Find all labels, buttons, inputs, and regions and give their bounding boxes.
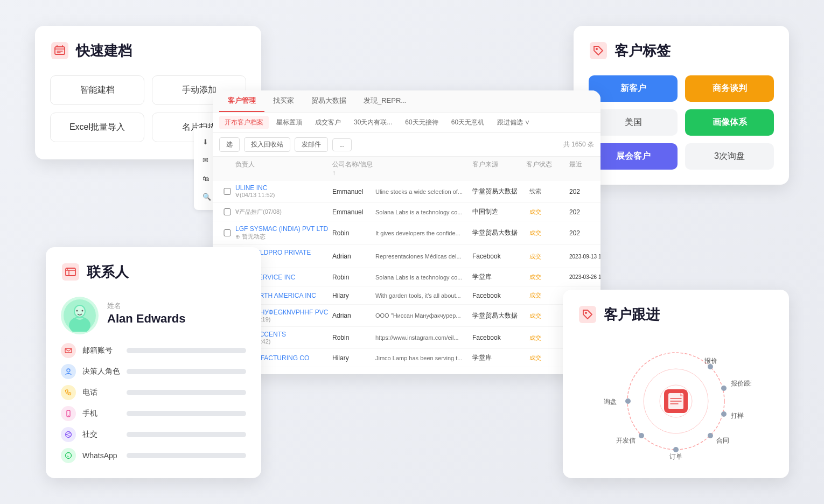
smart-build-button[interactable]: 智能建档 [50,75,144,105]
company-cell: ∀产品推广(07/08) [235,208,332,216]
desc: With garden tools, it's all about... [375,292,472,299]
tag-expo-customer[interactable]: 展会客户 [589,143,678,170]
svg-point-32 [639,433,644,438]
sidebar-icon-discover: 🔍 [202,193,211,201]
row-checkbox[interactable] [219,208,235,215]
table-row[interactable]: IISN NORTH AMERICA INC Hilary With garde… [213,286,600,305]
followup-card: 客户跟进 [563,290,789,478]
source: 学堂贸易大数据 [472,187,526,196]
tags-card: 客户标签 新客户 商务谈判 美国 画像体系 展会客户 3次询盘 [574,26,789,185]
subtab-star-top[interactable]: 星标置顶 [271,116,308,129]
contact-card: 联系人 [46,247,261,478]
tab-find-buyer[interactable]: 找买家 [264,90,303,112]
svg-point-12 [82,310,83,312]
whatsapp-value-bar [127,453,246,458]
desc: It gives developers the confide... [375,230,472,236]
contact-name-label: 姓名 [107,301,185,311]
role-label: 决策人角色 [82,367,120,376]
col-owner: 负责人 [235,160,332,177]
tag-new-customer[interactable]: 新客户 [589,75,678,102]
select-button[interactable]: 选 [219,137,240,152]
email-label: 邮箱账号 [82,346,120,355]
contact-name-value: Alan Edwards [107,312,185,326]
svg-text:开发信: 开发信 [616,437,636,444]
tab-customer-management[interactable]: 客户管理 [219,90,264,112]
contact-mobile-item: 手机 [61,406,246,421]
whatsapp-icon [61,448,76,463]
subtab-follow-select[interactable]: 跟进偏选 ∨ [492,116,535,129]
company-cell: ULINE INC∀(04/13 11:52) [235,184,332,199]
subtab-60days-no-chance[interactable]: 60天无意机 [446,116,490,129]
svg-rect-4 [62,263,79,281]
table-row[interactable]: AMPS ACCENTS(05/28 13:42) Robin https://… [213,327,600,349]
send-email-button[interactable]: 发邮件 [295,137,328,152]
tag-usa[interactable]: 美国 [589,109,678,136]
owner: Hilary [332,292,375,299]
row-checkbox[interactable] [219,188,235,195]
svg-text:订单: 订单 [669,453,682,460]
social-label: 社交 [82,430,120,439]
table-row[interactable]: ЧАО МЗНУФЕGКNVPНHF PVC(03/21 22:19) Adri… [213,305,600,327]
table-row[interactable]: F&F BUILDPRO PRIVATE LIMITED Adrian Repr… [213,245,600,268]
owner: Hilary [332,354,375,362]
row-checkbox[interactable] [219,229,235,236]
source: 学堂贸易大数据 [472,311,526,320]
table-row[interactable]: ∀产品推广(07/08) Emmanuel Solana Labs is a t… [213,203,600,221]
table-body: ULINE INC∀(04/13 11:52) Emmanuel Uline s… [213,180,600,374]
avatar [61,297,99,334]
svg-rect-0 [51,42,68,59]
subtab-30days[interactable]: 30天内有联... [348,116,397,129]
svg-text:合同: 合同 [716,437,729,444]
table-header: 负责人 公司名称/信息 ↑ 客户来源 客户状态 最近 [213,157,600,180]
tab-big-data[interactable]: 贸易大数据 [303,90,355,112]
svg-point-27 [708,364,713,369]
col-date: 最近 [569,160,600,177]
excel-import-button[interactable]: Excel批量导入 [50,113,144,142]
svg-rect-2 [590,42,607,59]
subtab-deal[interactable]: 成交客户 [310,116,346,129]
total-count: 共 1650 条 [563,140,594,149]
tab-discover[interactable]: 发现_REPR... [355,90,415,112]
email-icon [61,343,76,358]
table-row[interactable]: ULINE INC∀(04/13 11:52) Emmanuel Uline s… [213,180,600,203]
svg-point-18 [69,432,71,434]
table-row[interactable]: LGF SYSMAC (INDIA) PVT LTD⊕ 暂无动态 Robin I… [213,221,600,245]
desc: Solana Labs is a technology co... [375,274,472,281]
desc: Representaciones Médicas del... [375,253,472,260]
contact-header: 联系人 [61,262,246,282]
table-row[interactable]: & MANUFACTURING CO Hilary Jimco Lamp has… [213,349,600,367]
col-checkbox [219,160,235,177]
owner: Emmanuel [332,188,375,195]
svg-text:询盘: 询盘 [604,398,617,405]
svg-rect-22 [579,306,596,323]
owner: Robin [332,229,375,237]
desc: Uline stocks a wide selection of... [375,188,472,195]
action-bar: 选 投入回收站 发邮件 ... 共 1650 条 [213,133,600,157]
followup-header: 客户跟进 [578,305,774,324]
date: 202 [569,208,600,216]
table-row[interactable]: IES @SERVICE INC Robin Solana Labs is a … [213,268,600,286]
contact-info-list: 邮箱账号 决策人角色 电话 [61,343,246,463]
owner: Adrian [332,253,375,260]
status: 成交 [526,228,569,238]
subtab-60days-no-receive[interactable]: 60天无接待 [400,116,443,129]
table-row[interactable]: CORP(1/19 14:51) Elroy At Microsoft our … [213,367,600,374]
tag-business-negotiation[interactable]: 商务谈判 [685,75,774,102]
more-button[interactable]: ... [332,138,352,151]
contact-email-item: 邮箱账号 [61,343,246,358]
quick-build-header: 快速建档 [50,41,246,60]
page-wrapper: 快速建档 智能建档 手动添加 Excel批量导入 名片扫描 ⬇ 下属 ✉ 孚盟邮… [0,0,824,504]
svg-point-21 [66,453,72,459]
role-value-bar [127,369,246,374]
company-cell: LGF SYSMAC (INDIA) PVT LTD⊕ 暂无动态 [235,225,332,241]
sidebar-icon-xiashu: ⬇ [202,138,208,146]
tag-3-inquiry[interactable]: 3次询盘 [685,143,774,170]
desc: https://www.instagram.com/eil... [375,334,472,341]
svg-text:报价跟进: 报价跟进 [730,380,751,387]
mobile-value-bar [127,411,246,416]
subtab-open-archive[interactable]: 开布客户档案 [219,116,269,129]
tags-grid: 新客户 商务谈判 美国 画像体系 展会客户 3次询盘 [589,75,774,170]
recycle-button[interactable]: 投入回收站 [244,137,290,152]
date: 2023-03-26 12... [569,274,600,280]
tag-portrait-system[interactable]: 画像体系 [685,109,774,136]
